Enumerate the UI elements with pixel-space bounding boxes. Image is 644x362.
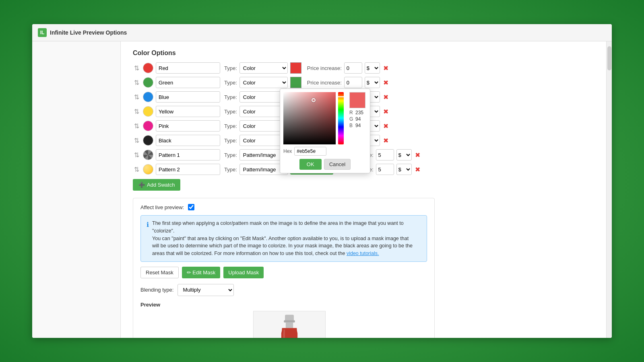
add-swatch-button[interactable]: ➕ Add Swatch <box>133 179 180 191</box>
delete-swatch-button[interactable]: ✖ <box>382 122 389 130</box>
drag-handle[interactable]: ⇅ <box>133 122 140 130</box>
color-swatch-box[interactable] <box>290 77 301 88</box>
video-tutorials-link[interactable]: video tutorials. <box>347 251 379 256</box>
preview-label: Preview <box>140 302 427 308</box>
type-label: Type: <box>224 65 237 71</box>
mask-buttons: Reset Mask ✏ Edit Mask Upload Mask <box>140 267 427 278</box>
hue-bar[interactable] <box>338 92 344 144</box>
price-input[interactable] <box>344 62 362 74</box>
delete-swatch-button[interactable]: ✖ <box>382 108 389 115</box>
app-icon: IL <box>38 28 47 37</box>
swatch-name-input[interactable] <box>156 135 220 146</box>
drag-handle[interactable]: ⇅ <box>133 93 140 101</box>
affect-checkbox[interactable] <box>188 204 194 210</box>
type-select[interactable]: ColorPattern/Image <box>239 62 288 74</box>
bottle-svg <box>273 313 305 338</box>
info-icon: ℹ <box>147 220 149 257</box>
type-label: Type: <box>224 152 237 158</box>
section-title: Color Options <box>133 49 594 57</box>
drag-handle[interactable]: ⇅ <box>133 108 140 115</box>
drag-handle[interactable]: ⇅ <box>133 79 140 86</box>
currency-select[interactable]: $€£ <box>396 149 412 160</box>
drag-handle[interactable]: ⇅ <box>133 64 140 72</box>
swatch-name-input[interactable] <box>156 77 220 88</box>
type-label: Type: <box>224 109 237 115</box>
delete-swatch-button[interactable]: ✖ <box>382 79 389 86</box>
info-box: ℹ The first step when applying a color/p… <box>140 215 427 262</box>
drag-handle[interactable]: ⇅ <box>133 137 140 144</box>
add-swatch-label: Add Swatch <box>147 182 175 188</box>
type-label: Type: <box>224 138 237 144</box>
picker-ok-button[interactable]: OK <box>299 159 322 170</box>
price-input[interactable] <box>376 149 394 160</box>
picker-right <box>338 92 344 144</box>
delete-swatch-button[interactable]: ✖ <box>414 166 421 173</box>
rgb-section: R 235 G 94 B 94 <box>349 110 369 128</box>
window-title: Infinite Live Preview Options <box>50 29 127 36</box>
swatch-name-input[interactable] <box>156 164 220 175</box>
delete-swatch-button[interactable]: ✖ <box>382 64 389 72</box>
price-input[interactable] <box>344 77 362 88</box>
currency-select[interactable]: $€£ <box>365 77 380 88</box>
color-circle <box>143 135 153 146</box>
r-value: 235 <box>355 110 369 115</box>
color-circle <box>143 121 153 131</box>
hue-indicator <box>337 96 345 97</box>
hex-row: Hex <box>283 147 367 156</box>
color-picker-popup: R 235 G 94 B 94 Hex OK Cancel <box>280 88 370 173</box>
color-gradient-picker[interactable] <box>283 92 336 144</box>
affect-label: Affect live preview: <box>140 204 184 210</box>
type-label: Type: <box>224 80 237 86</box>
delete-swatch-button[interactable]: ✖ <box>382 137 389 144</box>
preview-image <box>253 311 326 338</box>
blending-row: Blending type: Multiply Normal Screen <box>140 284 427 296</box>
svg-rect-2 <box>286 323 293 328</box>
type-select[interactable]: ColorPattern/Image <box>239 77 288 88</box>
edit-mask-button[interactable]: ✏ Edit Mask <box>182 267 221 278</box>
price-input[interactable] <box>376 164 394 175</box>
title-bar: IL Infinite Live Preview Options <box>32 24 612 41</box>
affect-section: Affect live preview: ℹ The first step wh… <box>133 198 435 338</box>
plus-icon: ➕ <box>138 182 145 188</box>
price-label: Price increase: <box>307 80 342 86</box>
swatch-name-input[interactable] <box>156 91 220 103</box>
scrollbar[interactable] <box>606 41 612 338</box>
swatch-name-input[interactable] <box>156 149 220 160</box>
blending-select[interactable]: Multiply Normal Screen <box>178 284 234 296</box>
b-value: 94 <box>355 123 369 128</box>
hex-label: Hex <box>283 148 292 154</box>
swatch-name-input[interactable] <box>156 62 220 74</box>
color-circle <box>143 92 153 102</box>
svg-rect-1 <box>284 320 295 323</box>
color-swatch-box[interactable] <box>290 62 301 74</box>
delete-swatch-button[interactable]: ✖ <box>414 151 421 159</box>
reset-mask-button[interactable]: Reset Mask <box>140 267 179 278</box>
swatch-row: ⇅Type:ColorPattern/ImagePrice increase:$… <box>133 62 594 74</box>
b-label: B <box>349 123 354 128</box>
color-preview-box <box>349 92 365 108</box>
color-circle <box>143 106 153 117</box>
upload-mask-button[interactable]: Upload Mask <box>223 267 264 278</box>
currency-select[interactable]: $€£ <box>365 62 380 74</box>
rgb-g-row: G 94 <box>349 116 369 122</box>
swatch-name-input[interactable] <box>156 106 220 117</box>
content-area: Color Options ⇅Type:ColorPattern/ImagePr… <box>32 41 612 338</box>
color-circle <box>143 63 153 73</box>
drag-handle[interactable]: ⇅ <box>133 151 140 159</box>
currency-select[interactable]: $€£ <box>396 164 412 175</box>
hex-input[interactable] <box>294 147 326 156</box>
delete-swatch-button[interactable]: ✖ <box>382 93 389 101</box>
main-content: Color Options ⇅Type:ColorPattern/ImagePr… <box>121 41 606 338</box>
r-label: R <box>349 110 354 115</box>
g-label: G <box>349 116 354 122</box>
price-label: Price increase: <box>307 65 342 71</box>
type-label: Type: <box>224 94 237 100</box>
scroll-thumb[interactable] <box>607 46 611 70</box>
pattern-circle <box>143 150 153 160</box>
rgb-b-row: B 94 <box>349 123 369 128</box>
drag-handle[interactable]: ⇅ <box>133 166 140 173</box>
picker-cancel-button[interactable]: Cancel <box>324 159 351 170</box>
swatch-name-input[interactable] <box>156 120 220 132</box>
app-window: IL Infinite Live Preview Options Color O… <box>32 24 612 338</box>
type-label: Type: <box>224 167 237 173</box>
